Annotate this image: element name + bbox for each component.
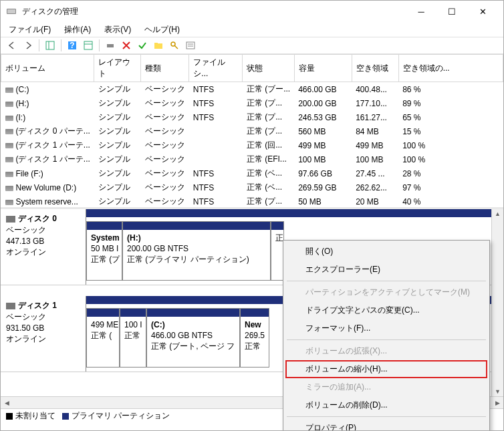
col-free[interactable]: 空き領域 <box>352 55 398 82</box>
partition[interactable]: New269.5正常 <box>240 308 269 368</box>
console-tree-icon[interactable] <box>43 38 57 53</box>
volume-table: ボリューム レイアウト 種類 ファイル シ... 状態 容量 空き領域 空き領域… <box>1 54 503 209</box>
volume-icon <box>5 186 13 191</box>
volume-row[interactable]: System reserve...シンプルベーシックNTFS正常 (プ...50… <box>1 194 503 208</box>
svg-rect-2 <box>46 41 54 49</box>
partition[interactable]: System50 MB I正常 (プ <box>86 221 122 281</box>
menu-explorer[interactable]: エクスプローラー(E) <box>285 261 487 279</box>
volume-row[interactable]: (ディスク 1 パーテ...シンプルベーシック正常 (EFI...100 MB1… <box>1 152 503 166</box>
volume-icon <box>5 116 13 121</box>
svg-text:?: ? <box>70 41 74 50</box>
app-icon <box>6 6 17 17</box>
svg-rect-6 <box>84 41 92 49</box>
forward-button[interactable] <box>21 38 35 53</box>
partition[interactable]: 100 I正常 <box>120 308 146 368</box>
check-icon[interactable] <box>135 38 150 53</box>
scroll-up-icon[interactable]: ▲ <box>493 209 502 219</box>
maximize-button[interactable]: ☐ <box>436 1 467 22</box>
volume-row[interactable]: (C:)シンプルベーシックNTFS正常 (ブー...466.00 GB400.4… <box>1 82 503 97</box>
legend-unallocated: 未割り当て <box>6 410 55 422</box>
volume-row[interactable]: File (F:)シンプルベーシックNTFS正常 (ベ...97.66 GB27… <box>1 166 503 180</box>
separator <box>99 39 100 51</box>
minimize-button[interactable]: ─ <box>406 1 436 22</box>
menu-open[interactable]: 開く(O) <box>285 243 487 261</box>
volume-row[interactable]: New Volume (D:)シンプルベーシックNTFS正常 (ベ...269.… <box>1 180 503 194</box>
back-button[interactable] <box>5 38 19 53</box>
menu-file[interactable]: ファイル(F) <box>5 23 55 37</box>
vertical-scrollbar[interactable]: ▲ ▼ <box>491 209 503 396</box>
menu-view[interactable]: 表示(V) <box>100 23 135 37</box>
col-freepct[interactable]: 空き領域の... <box>398 55 503 82</box>
close-button[interactable]: ✕ <box>467 1 498 22</box>
menu-separator <box>287 281 486 281</box>
action-icon[interactable] <box>103 38 118 53</box>
col-fs[interactable]: ファイル シ... <box>189 55 243 82</box>
volume-icon <box>5 172 13 177</box>
col-status[interactable]: 状態 <box>243 55 294 82</box>
scroll-right-icon[interactable]: ▶ <box>491 400 503 406</box>
delete-icon[interactable] <box>119 38 134 53</box>
svg-rect-13 <box>186 42 195 49</box>
disk-icon <box>6 216 15 223</box>
volume-row[interactable]: (ディスク 1 パーテ...シンプルベーシック正常 (回...499 MB499… <box>1 138 503 152</box>
menu-separator <box>287 339 486 340</box>
volume-icon <box>5 143 13 148</box>
volume-row[interactable]: (I:)シンプルベーシックNTFS正常 (プ...246.53 GB161.27… <box>1 110 503 124</box>
separator <box>61 39 61 51</box>
menu-delete[interactable]: ボリュームの削除(D)... <box>285 396 487 414</box>
disk-label[interactable]: ディスク 0ベーシック447.13 GBオンライン <box>1 209 86 285</box>
volume-list: ボリューム レイアウト 種類 ファイル シ... 状態 容量 空き領域 空き領域… <box>1 54 503 209</box>
menu-shrink[interactable]: ボリュームの縮小(H)... <box>285 360 487 378</box>
list-icon[interactable] <box>183 38 198 53</box>
col-volume[interactable]: ボリューム <box>1 55 94 82</box>
context-menu: 開く(O) エクスプローラー(E) パーティションをアクティブとしてマーク(M)… <box>283 240 490 431</box>
partition[interactable]: (C:)466.00 GB NTFS正常 (ブート, ページ フ <box>146 308 240 368</box>
volume-row[interactable]: (H:)シンプルベーシックNTFS正常 (プ...200.00 GB177.10… <box>1 96 503 110</box>
toolbar: ? <box>1 37 503 54</box>
view-icon[interactable] <box>81 38 96 53</box>
menubar: ファイル(F) 操作(A) 表示(V) ヘルプ(H) <box>1 22 503 37</box>
menu-format[interactable]: フォーマット(F)... <box>285 319 487 337</box>
separator <box>39 39 39 51</box>
svg-rect-10 <box>154 43 158 45</box>
svg-line-12 <box>174 45 178 49</box>
volume-icon <box>5 157 13 162</box>
scroll-left-icon[interactable]: ◀ <box>1 400 13 406</box>
menu-change-letter[interactable]: ドライブ文字とパスの変更(C)... <box>285 301 487 319</box>
col-capacity[interactable]: 容量 <box>294 55 352 82</box>
menu-help[interactable]: ヘルプ(H) <box>140 23 184 37</box>
volume-icon <box>5 88 13 93</box>
partition-header-bar <box>86 209 491 217</box>
legend-primary: プライマリ パーティション <box>62 410 170 422</box>
svg-rect-1 <box>7 9 15 13</box>
col-type[interactable]: 種類 <box>141 55 189 82</box>
menu-extend: ボリュームの拡張(X)... <box>285 342 487 360</box>
volume-icon <box>5 102 13 107</box>
menu-properties[interactable]: プロパティ(P) <box>285 419 487 431</box>
menu-action[interactable]: 操作(A) <box>60 23 95 37</box>
partition[interactable]: (H:)200.00 GB NTFS正常 (プライマリ パーティション) <box>122 221 271 281</box>
svg-rect-8 <box>107 44 114 47</box>
disk-icon <box>6 303 15 309</box>
volume-row[interactable]: (ディスク 0 パーテ...シンプルベーシック正常 (プ...560 MB84 … <box>1 124 503 138</box>
key-icon[interactable] <box>167 38 182 53</box>
volume-icon <box>5 200 13 205</box>
disk-label[interactable]: ディスク 1ベーシック931.50 GBオンライン <box>1 296 86 372</box>
window-controls: ─ ☐ ✕ <box>406 1 498 22</box>
menu-mirror: ミラーの追加(A)... <box>285 378 487 396</box>
scroll-down-icon[interactable]: ▼ <box>493 387 502 396</box>
volume-icon <box>5 129 13 134</box>
help-icon[interactable]: ? <box>65 38 80 53</box>
folder-icon[interactable] <box>151 38 166 53</box>
partition[interactable]: 正 <box>271 221 284 281</box>
menu-mark-active: パーティションをアクティブとしてマーク(M) <box>285 283 487 301</box>
col-layout[interactable]: レイアウト <box>94 55 141 82</box>
menu-separator <box>287 416 486 417</box>
partition[interactable]: 499 ME正常 ( <box>86 308 120 368</box>
titlebar: ディスクの管理 ─ ☐ ✕ <box>1 1 503 22</box>
window-title: ディスクの管理 <box>22 6 406 17</box>
